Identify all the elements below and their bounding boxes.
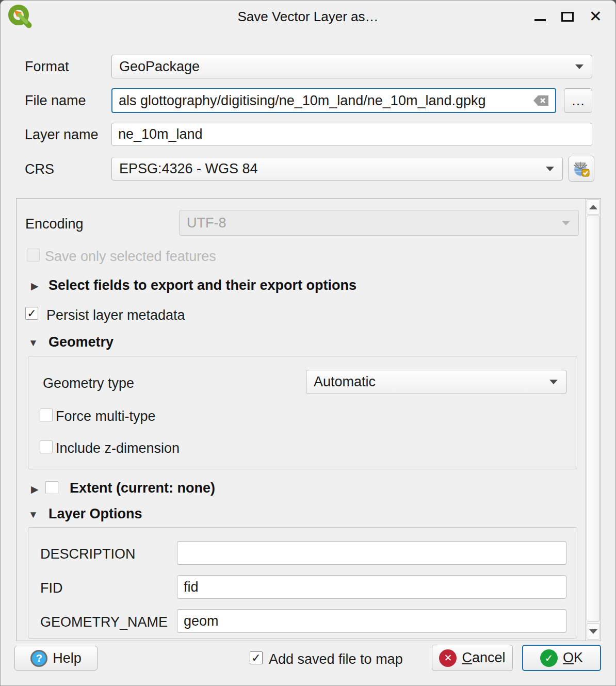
- geometry-type-select[interactable]: Automatic: [306, 370, 566, 394]
- vertical-scrollbar[interactable]: [586, 199, 601, 641]
- cancel-button[interactable]: ✕ Cancel: [432, 645, 513, 671]
- encoding-select: UTF-8: [179, 210, 579, 236]
- maximize-icon[interactable]: [561, 12, 574, 22]
- geometry-name-label: GEOMETRY_NAME: [40, 614, 168, 630]
- file-name-label: File name: [25, 93, 86, 109]
- geometry-section-title: Geometry: [48, 334, 114, 350]
- select-crs-button[interactable]: [569, 156, 594, 182]
- titlebar[interactable]: Save Vector Layer as… ✕: [1, 1, 615, 32]
- include-z-dimension-checkbox[interactable]: [40, 440, 53, 453]
- layer-name-input[interactable]: [111, 123, 592, 146]
- scroll-down-arrow-icon: [589, 629, 597, 634]
- include-z-dimension-label: Include z-dimension: [56, 440, 180, 456]
- fid-input[interactable]: [177, 575, 566, 599]
- encoding-label: Encoding: [25, 216, 84, 232]
- scrollbar-thumb[interactable]: [587, 216, 600, 622]
- geometry-name-input[interactable]: [177, 609, 566, 633]
- window-title: Save Vector Layer as…: [1, 1, 615, 32]
- description-label: DESCRIPTION: [40, 546, 136, 562]
- extent-section-title: Extent (current: none): [70, 480, 215, 496]
- add-saved-file-label: Add saved file to map: [269, 651, 403, 667]
- force-multi-type-checkbox[interactable]: [40, 409, 53, 421]
- layer-options-groupbox: DESCRIPTION FID GEOMETRY_NAME: [28, 527, 577, 639]
- expanded-arrow-icon: ▼: [28, 337, 38, 349]
- scrollbar-up-button[interactable]: [587, 199, 600, 215]
- description-input[interactable]: [177, 541, 566, 565]
- checkmark-icon: ✓: [27, 308, 36, 319]
- help-icon: ?: [30, 650, 47, 667]
- ok-button[interactable]: ✓ OK: [522, 645, 601, 671]
- save-only-selected-checkbox: [27, 249, 40, 262]
- clear-text-icon[interactable]: [533, 95, 549, 106]
- crs-select[interactable]: EPSG:4326 - WGS 84: [111, 157, 563, 181]
- persist-metadata-checkbox[interactable]: ✓: [25, 307, 38, 320]
- layer-name-label: Layer name: [25, 127, 99, 143]
- geometry-type-label: Geometry type: [43, 375, 134, 391]
- select-fields-section-title: Select fields to export and their export…: [48, 277, 356, 293]
- extent-checkbox[interactable]: [45, 481, 58, 494]
- fid-label: FID: [40, 580, 63, 596]
- dropdown-arrow-icon: [575, 64, 583, 69]
- window-controls: ✕: [534, 1, 602, 32]
- geometry-type-value: Automatic: [306, 374, 549, 390]
- format-select[interactable]: GeoPackage: [111, 55, 592, 78]
- expanded-arrow-icon: ▼: [28, 509, 38, 520]
- minimize-icon[interactable]: [534, 19, 546, 21]
- format-label: Format: [25, 59, 69, 75]
- cancel-icon: ✕: [439, 649, 457, 667]
- help-button[interactable]: ? Help: [14, 646, 98, 671]
- dropdown-arrow-icon: [562, 221, 570, 225]
- encoding-value: UTF-8: [180, 215, 562, 231]
- ok-button-label: OK: [563, 650, 583, 666]
- layer-options-section-title: Layer Options: [48, 506, 142, 522]
- crs-globe-icon: [573, 160, 590, 177]
- persist-metadata-label: Persist layer metadata: [46, 307, 185, 323]
- force-multi-type-label: Force multi-type: [56, 409, 156, 424]
- browse-button[interactable]: …: [564, 88, 592, 113]
- scrollbar-down-button[interactable]: [587, 623, 600, 640]
- file-name-input[interactable]: [111, 88, 556, 113]
- crs-label: CRS: [25, 161, 54, 177]
- help-button-label: Help: [53, 650, 82, 666]
- collapsed-arrow-icon: ▶: [31, 483, 39, 495]
- format-value: GeoPackage: [112, 59, 575, 75]
- save-only-selected-label: Save only selected features: [45, 249, 216, 265]
- close-icon[interactable]: ✕: [589, 9, 602, 24]
- save-vector-layer-dialog: Save Vector Layer as… ✕ Format GeoPackag…: [0, 0, 616, 686]
- crs-value: EPSG:4326 - WGS 84: [112, 161, 546, 177]
- cancel-button-label: Cancel: [462, 650, 505, 666]
- add-saved-file-checkbox[interactable]: ✓: [250, 651, 263, 664]
- dropdown-arrow-icon: [546, 167, 554, 171]
- dropdown-arrow-icon: [549, 380, 558, 384]
- options-scroll-area: Encoding UTF-8 Save only selected featur…: [16, 198, 601, 641]
- geometry-groupbox: Geometry type Automatic Force multi-type…: [28, 356, 577, 469]
- scroll-up-arrow-icon: [589, 205, 597, 209]
- checkmark-icon: ✓: [251, 652, 261, 664]
- collapsed-arrow-icon: ▶: [31, 280, 39, 292]
- ok-icon: ✓: [540, 649, 558, 667]
